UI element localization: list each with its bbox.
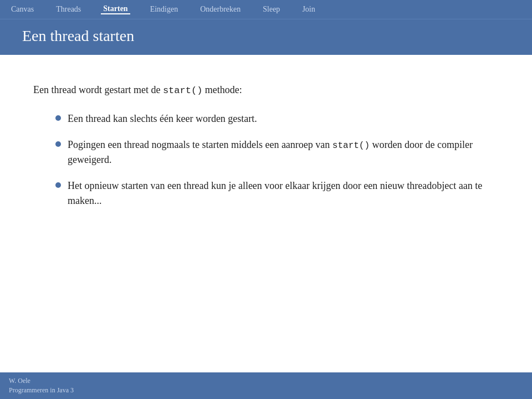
bullet-text-1: Een thread kan slechts één keer worden g… — [68, 111, 257, 126]
footer: W. Oele Programmeren in Java 3 — [0, 372, 532, 399]
page-title: Een thread starten — [22, 27, 510, 45]
list-item: Het opnieuw starten van een thread kun j… — [55, 178, 499, 208]
intro-text-after: methode: — [202, 84, 242, 95]
intro-code: start() — [163, 85, 202, 96]
main-content: Een thread wordt gestart met de start() … — [0, 55, 532, 372]
nav-item-threads[interactable]: Threads — [54, 5, 83, 14]
intro-text-before: Een thread wordt gestart met de — [33, 84, 163, 95]
nav-item-starten[interactable]: Starten — [101, 4, 130, 14]
bullet-dot-icon — [55, 182, 61, 188]
list-item: Een thread kan slechts één keer worden g… — [55, 111, 499, 126]
bullet-text-3: Het opnieuw starten van een thread kun j… — [68, 178, 499, 208]
title-bar: Een thread starten — [0, 19, 532, 55]
footer-course: Programmeren in Java 3 — [9, 386, 523, 395]
bullet-dot-icon — [55, 115, 61, 121]
bullet-text-2: Pogingen een thread nogmaals te starten … — [68, 137, 499, 167]
intro-paragraph: Een thread wordt gestart met de start() … — [33, 83, 499, 98]
list-item: Pogingen een thread nogmaals te starten … — [55, 137, 499, 167]
nav-item-canvas[interactable]: Canvas — [9, 5, 36, 14]
nav-item-sleep[interactable]: Sleep — [260, 5, 282, 14]
nav-item-onderbreken[interactable]: Onderbreken — [198, 5, 243, 14]
bullet-list: Een thread kan slechts één keer worden g… — [55, 111, 499, 208]
nav-bar: Canvas Threads Starten Eindigen Onderbre… — [0, 0, 532, 19]
bullet-dot-icon — [55, 141, 61, 147]
nav-item-join[interactable]: Join — [300, 5, 317, 14]
footer-author: W. Oele — [9, 377, 523, 385]
nav-item-eindigen[interactable]: Eindigen — [148, 5, 181, 14]
bullet-code-2: start() — [332, 141, 370, 151]
